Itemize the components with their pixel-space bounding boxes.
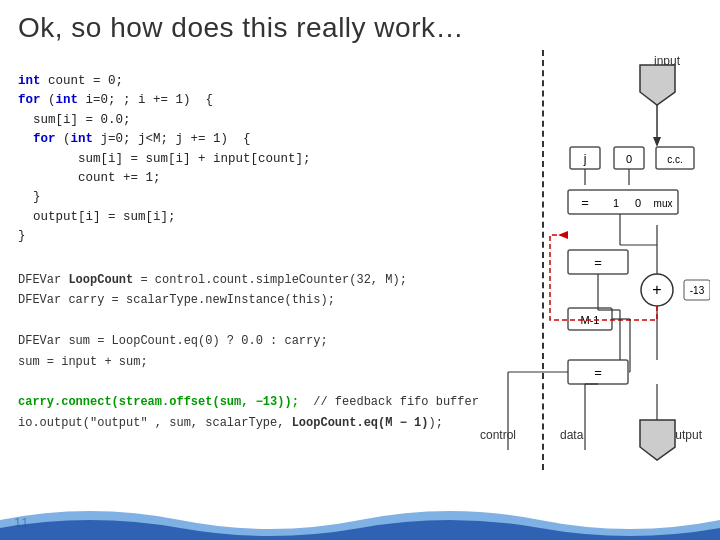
svg-text:=: = (594, 255, 602, 270)
svg-text:j: j (583, 152, 587, 166)
wave-decoration (0, 502, 720, 540)
slide: Ok, so how does this really work… int co… (0, 0, 720, 540)
diagram: input control data output j 0 c.c. = (420, 50, 710, 470)
code-block: int count = 0; for (int i=0; ; i += 1) {… (18, 72, 311, 246)
slide-title: Ok, so how does this really work… (18, 12, 464, 44)
svg-text:0: 0 (626, 153, 632, 165)
svg-text:0: 0 (635, 197, 641, 209)
svg-text:=: = (581, 195, 589, 210)
svg-text:mux: mux (654, 198, 673, 209)
svg-text:c.c.: c.c. (667, 154, 683, 165)
svg-marker-31 (640, 420, 675, 460)
dfe-code-block: DFEVar LoopCount = control.count.simpleC… (18, 270, 479, 433)
svg-text:1: 1 (613, 197, 619, 209)
svg-marker-0 (640, 65, 675, 105)
svg-text:=: = (594, 365, 602, 380)
svg-text:+: + (652, 281, 661, 298)
svg-text:-13: -13 (690, 285, 705, 296)
diagram-svg: j 0 c.c. = 1 0 mux = (420, 50, 710, 470)
svg-marker-33 (558, 231, 568, 239)
svg-marker-2 (653, 137, 661, 147)
